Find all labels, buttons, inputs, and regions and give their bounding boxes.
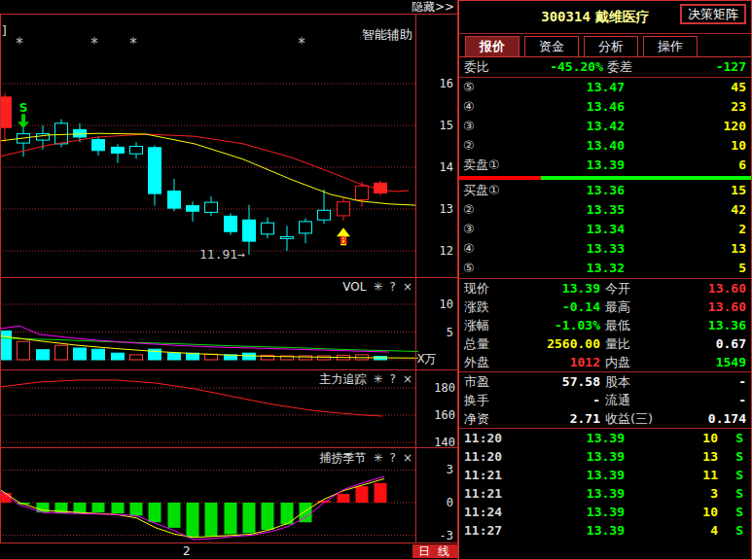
- ask-level-label: ③: [463, 117, 475, 136]
- bid-row-5[interactable]: ⑤13.325: [459, 259, 751, 278]
- candle-body: [130, 147, 143, 155]
- trading-terminal: 隐藏>> 1615141312]****SB11.91→ 105X万 18016…: [0, 0, 752, 560]
- candle-body: [262, 223, 274, 234]
- bid-price: 13.36: [527, 181, 625, 200]
- tick-side: S: [735, 521, 743, 540]
- fundamental-stats: 市盈57.58股本- 换手-流通- 净资2.71收益(三)0.174: [459, 372, 751, 429]
- volume-bar: [130, 355, 143, 360]
- oscillator-bar: [375, 483, 387, 503]
- volume-bar: [18, 341, 30, 360]
- gear-icon[interactable]: ✳: [374, 372, 383, 386]
- oscillator-bar: [130, 503, 143, 515]
- chart-pane: 1615141312]****SB11.91→ 105X万 180160140 …: [0, 14, 457, 559]
- order-book: ⑤13.4745 ④13.4623 ③13.42120 ②13.4010 卖盘①…: [459, 78, 751, 279]
- help-icon[interactable]: ?: [390, 372, 396, 386]
- ask-price: 13.39: [527, 156, 625, 175]
- stock-title-row: 300314 戴维医疗 决策矩阵: [459, 1, 751, 34]
- ask-level-label: ②: [463, 136, 475, 156]
- stat-label: 量比: [605, 334, 630, 353]
- stat-label: 换手: [464, 391, 489, 409]
- candle-body: [74, 129, 87, 137]
- tick-qty: 10: [634, 503, 718, 521]
- help-icon[interactable]: ?: [390, 280, 396, 294]
- close-icon[interactable]: ×: [403, 451, 412, 465]
- stat-label: 最高: [605, 298, 630, 316]
- period-daily-label[interactable]: 日 线: [412, 544, 457, 558]
- stat-label: 外盘: [464, 353, 489, 371]
- volume-bar: [92, 349, 105, 360]
- close-icon[interactable]: ×: [403, 372, 412, 386]
- axis-tick-label: 16: [440, 77, 453, 90]
- tick-price: 13.39: [527, 466, 625, 484]
- gear-icon[interactable]: ✳: [374, 280, 383, 294]
- bid-level-label: ④: [463, 239, 475, 259]
- tab-operate[interactable]: 操作: [643, 36, 698, 56]
- buy-signal-letter: B: [340, 234, 347, 247]
- ask-row-5[interactable]: ⑤13.4745: [459, 78, 751, 97]
- main-force-panel-header: 主力追踪✳?×: [0, 372, 412, 386]
- gear-icon[interactable]: ✳: [374, 451, 383, 465]
- tick-time: 11:21: [464, 466, 502, 484]
- oscillator-bar: [262, 503, 274, 530]
- bid-level-label: ⑤: [463, 259, 475, 278]
- volume-bar: [318, 356, 331, 360]
- candle-body: [55, 123, 68, 144]
- ask-price: 13.40: [527, 136, 625, 156]
- ask-qty: 120: [724, 117, 746, 136]
- stat-label: 涨幅: [464, 316, 489, 334]
- candle-body: [300, 222, 312, 233]
- oscillator-bar: [187, 503, 199, 538]
- axis-tick-label: 3: [447, 463, 453, 476]
- stock-title: 300314 戴维医疗: [498, 9, 693, 26]
- candle-body: [205, 202, 218, 212]
- tab-quote[interactable]: 报价: [465, 36, 519, 56]
- ask-price: 13.47: [527, 78, 625, 97]
- stat-label: 现价: [464, 279, 489, 298]
- bid-row-2[interactable]: ②13.3542: [459, 200, 751, 220]
- help-icon[interactable]: ?: [390, 451, 396, 465]
- stat-value: 13.36: [708, 316, 746, 334]
- candle-body: [318, 210, 331, 220]
- main-candlestick-chart[interactable]: 1615141312]****SB11.91→: [0, 14, 457, 277]
- bid-qty: 2: [738, 220, 746, 239]
- stat-value: 13.39: [508, 279, 600, 298]
- quote-pane: 300314 戴维医疗 决策矩阵 报价 资金 分析 操作 委比 -45.20% …: [458, 0, 752, 560]
- tick-row: 11:2013.3910S: [459, 429, 751, 447]
- top-bar: 隐藏>>: [0, 0, 457, 14]
- tab-analysis[interactable]: 分析: [584, 36, 638, 56]
- tick-time: 11:24: [464, 503, 502, 521]
- stat-row: 外盘1012内盘1549: [459, 353, 751, 371]
- bid-level-label: ②: [463, 200, 475, 220]
- tab-funds[interactable]: 资金: [524, 36, 579, 56]
- divider: [0, 369, 457, 370]
- bid-qty: 42: [731, 200, 746, 220]
- hide-panel-button[interactable]: 隐藏>>: [412, 0, 454, 14]
- event-star-marker: *: [129, 35, 137, 52]
- fishing-season-panel-header: 捕捞季节✳?×: [0, 451, 412, 465]
- stat-row: 涨幅-1.03%最低13.36: [459, 316, 751, 334]
- ask-level-label: ④: [463, 97, 475, 117]
- decision-matrix-button[interactable]: 决策矩阵: [680, 4, 746, 24]
- ask-row-1[interactable]: 卖盘①13.396: [459, 156, 751, 175]
- tick-qty: 10: [634, 429, 718, 447]
- tick-row: 11:2113.3911S: [459, 466, 751, 484]
- tick-price: 13.39: [527, 521, 625, 540]
- quote-stats: 现价13.39今开13.60 涨跌-0.14最高13.60 涨幅-1.03%最低…: [459, 279, 751, 372]
- bid-row-4[interactable]: ④13.3313: [459, 239, 751, 259]
- ask-row-4[interactable]: ④13.4623: [459, 97, 751, 117]
- ask-row-3[interactable]: ③13.42120: [459, 117, 751, 136]
- ask-row-2[interactable]: ②13.4010: [459, 136, 751, 156]
- tick-price: 13.39: [527, 484, 625, 503]
- stat-value: 0.67: [716, 334, 746, 353]
- stat-value: -0.14: [508, 298, 600, 316]
- tick-qty: 4: [634, 521, 718, 540]
- candle-body: [168, 192, 181, 209]
- close-icon[interactable]: ×: [403, 280, 412, 294]
- stat-value: 1012: [508, 353, 600, 371]
- bid-row-3[interactable]: ③13.342: [459, 220, 751, 239]
- divider: [0, 14, 457, 15]
- bid-row-1[interactable]: 买盘①13.3615: [459, 181, 751, 200]
- volume-panel-header: VOL✳?×: [0, 280, 412, 294]
- stat-row: 总量2560.00量比0.67: [459, 334, 751, 353]
- bid-price: 13.32: [527, 259, 625, 278]
